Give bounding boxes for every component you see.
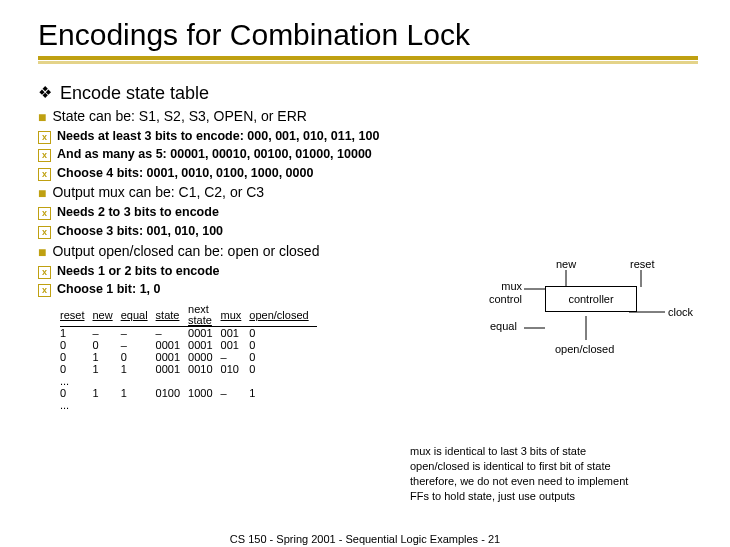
bullet-icon: x [38,224,51,239]
label-mux-l2: control [482,293,522,305]
label-mux-l1: mux [482,280,522,292]
bullet-output-open-closed: ■ Output open/closed can be: open or clo… [38,243,700,261]
table-header-row: reset new equal state nextstate mux open… [60,304,317,327]
annotation-notes: mux is identical to last 3 bits of state… [410,444,628,503]
table-row: 01101001000–1 [60,387,317,399]
arrow-reset [640,270,642,287]
table-row: ... [60,375,317,387]
bullet-needs-1or2: x Needs 1 or 2 bits to encode [38,264,700,280]
table-row: 1–––00010010 [60,326,317,339]
arrow-equal [524,327,545,329]
bullet-icon: x [38,282,51,297]
bullet-choose-4bits: x Choose 4 bits: 0001, 0010, 0100, 1000,… [38,166,700,182]
bullet-as-many-as-5: x And as many as 5: 00001, 00010, 00100,… [38,147,700,163]
bullet-icon: ■ [38,243,46,261]
page-title: Encodings for Combination Lock [38,18,700,52]
arrow-oc [585,316,587,340]
bullet-needs-3bits: x Needs at least 3 bits to encode: 000, … [38,129,700,145]
state-table: reset new equal state nextstate mux open… [60,304,317,411]
bullet-icon: x [38,205,51,220]
arrow-new [565,270,567,287]
bullet-icon: ■ [38,184,46,202]
label-new: new [556,258,576,270]
bullet-icon: ❖ [38,82,52,104]
bullet-icon: x [38,129,51,144]
bullet-output-mux: ■ Output mux can be: C1, C2, or C3 [38,184,700,202]
bullet-icon: x [38,264,51,279]
bullet-state-can-be: ■ State can be: S1, S2, S3, OPEN, or ERR [38,108,700,126]
label-open-closed: open/closed [555,343,614,355]
label-reset: reset [630,258,654,270]
slide: Encodings for Combination Lock ❖ Encode … [0,0,730,411]
bullet-icon: ■ [38,108,46,126]
label-clock: clock [668,306,693,318]
table-row: ... [60,399,317,411]
label-equal: equal [490,320,517,332]
table-row: 01000010000–0 [60,351,317,363]
bullet-choose-3bits: x Choose 3 bits: 001, 010, 100 [38,224,700,240]
bullet-encode-state-table: ❖ Encode state table [38,82,700,105]
arrow-clock [629,311,665,313]
slide-footer: CS 150 - Spring 2001 - Sequential Logic … [0,533,730,545]
arrow-mux [524,288,545,290]
controller-box: controller [545,286,637,312]
bullet-icon: x [38,147,51,162]
bullet-icon: x [38,166,51,181]
table-row: 011000100100100 [60,363,317,375]
table-row: 00–000100010010 [60,339,317,351]
title-underline [38,56,700,64]
bullet-needs-2to3: x Needs 2 to 3 bits to encode [38,205,700,221]
